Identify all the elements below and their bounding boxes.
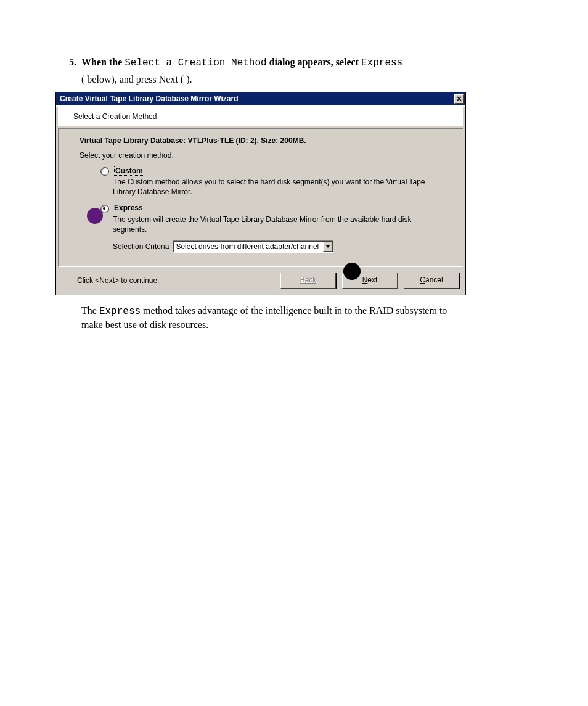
radio-option-custom[interactable]: Custom bbox=[100, 166, 454, 176]
step-text-line2: ( below), and press Next ( ). bbox=[81, 73, 533, 86]
annotation-marker-express bbox=[87, 208, 103, 224]
step-5: 5. When the Select a Creation Method dia… bbox=[55, 55, 533, 70]
radio-icon[interactable] bbox=[100, 167, 109, 176]
wizard-inner-panel: Virtual Tape Library Database: VTLPlus-T… bbox=[58, 128, 463, 267]
titlebar: Create Virtual Tape Library Database Mir… bbox=[56, 92, 465, 105]
titlebar-text: Create Virtual Tape Library Database Mir… bbox=[60, 94, 454, 103]
radio-desc-custom: The Custom method allows you to select t… bbox=[113, 177, 433, 197]
selection-criteria-row: Selection Criteria Select drives from di… bbox=[113, 240, 454, 253]
wizard-footer-text: Click <Next> to continue. bbox=[77, 276, 274, 285]
wizard-dialog: Create Virtual Tape Library Database Mir… bbox=[55, 92, 466, 295]
panel-instruction: Select your creation method. bbox=[80, 151, 454, 160]
annotation-marker-next bbox=[343, 263, 361, 280]
radio-label-custom: Custom bbox=[114, 166, 144, 176]
selection-criteria-dropdown[interactable]: Select drives from different adapter/cha… bbox=[173, 240, 333, 253]
wizard-subheader: Select a Creation Method bbox=[58, 107, 463, 126]
step-text-line1: When the Select a Creation Method dialog… bbox=[81, 55, 402, 70]
radio-label-express: Express bbox=[114, 203, 143, 212]
back-button: Back bbox=[280, 273, 336, 289]
step-number: 5. bbox=[55, 57, 81, 68]
radio-option-express[interactable]: Express bbox=[100, 203, 454, 213]
panel-heading: Virtual Tape Library Database: VTLPlus-T… bbox=[80, 136, 454, 145]
cancel-button[interactable]: Cancel bbox=[404, 273, 459, 289]
chevron-down-icon[interactable] bbox=[323, 242, 333, 252]
explanation-paragraph: The Express method takes advantage of th… bbox=[81, 304, 463, 332]
dropdown-value: Select drives from different adapter/cha… bbox=[173, 242, 323, 251]
wizard-footer: Click <Next> to continue. Back Next Canc… bbox=[56, 269, 465, 295]
selection-criteria-label: Selection Criteria bbox=[113, 242, 169, 251]
radio-desc-express: The system will create the Virtual Tape … bbox=[113, 215, 433, 234]
close-icon[interactable] bbox=[454, 94, 464, 104]
